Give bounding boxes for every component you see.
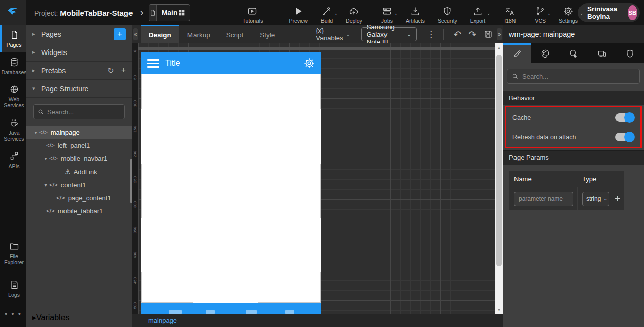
- tab-markup[interactable]: Markup: [179, 25, 218, 43]
- security-button[interactable]: Security: [438, 2, 457, 24]
- redo-button[interactable]: ↷: [468, 30, 476, 39]
- page-content-area[interactable]: [141, 74, 321, 303]
- chevron-down-icon: ⌄: [487, 11, 491, 16]
- behavior-section-header[interactable]: Behavior: [503, 91, 644, 105]
- settings-button[interactable]: Settings ⌄: [559, 2, 578, 24]
- user-menu[interactable]: Srinivasa Boyina SB: [578, 3, 640, 22]
- build-button[interactable]: Build ⌄: [321, 2, 333, 24]
- vcs-button[interactable]: VCS ⌄: [535, 2, 546, 24]
- i18n-button[interactable]: I18N: [504, 2, 516, 24]
- tab-script[interactable]: Script: [218, 25, 252, 43]
- expand-right-panel-button[interactable]: »: [497, 28, 502, 40]
- structure-search-input[interactable]: [47, 108, 120, 116]
- tab-style[interactable]: Style: [251, 25, 283, 43]
- caret-down-icon[interactable]: ▾: [32, 130, 39, 135]
- page-selector[interactable]: Main: [149, 4, 190, 21]
- refresh-prefabs-icon[interactable]: ↻: [107, 66, 114, 75]
- breadcrumb-chevron-icon: ›: [140, 7, 143, 18]
- column-name: Name: [509, 175, 577, 183]
- add-page-button[interactable]: +: [114, 28, 126, 40]
- gear-icon[interactable]: [304, 58, 315, 69]
- rail-item-pages[interactable]: Pages: [0, 25, 26, 52]
- add-param-button[interactable]: +: [615, 193, 621, 205]
- design-canvas[interactable]: 0 50 100 150 200 250 300 350 400 450 500…: [132, 43, 503, 314]
- device-select[interactable]: Samsung Galaxy Note III ⌄: [361, 27, 417, 41]
- undo-button[interactable]: ↶: [453, 30, 461, 39]
- tree-node-mobile-navbar1[interactable]: ▾ </> mobile_navbar1: [26, 152, 132, 165]
- chevron-down-icon: ⌄: [346, 32, 350, 37]
- ruler-tick: 0: [133, 50, 137, 52]
- scroll-up-icon[interactable]: ▲: [495, 46, 503, 49]
- phone-preview[interactable]: Title: [141, 52, 321, 314]
- tree-node-mobile-tabbar1[interactable]: </> mobile_tabbar1: [26, 204, 132, 217]
- add-prefab-icon[interactable]: +: [121, 66, 126, 75]
- cache-toggle[interactable]: [615, 113, 634, 122]
- ruler-tick: 250: [133, 176, 137, 183]
- caret-down-icon[interactable]: ▾: [42, 156, 49, 161]
- variables-dropdown[interactable]: {x} Variables ⌄: [316, 27, 350, 42]
- tree-label: mainpage: [51, 129, 80, 136]
- caret-down-icon[interactable]: ▾: [42, 182, 49, 188]
- tab-security-settings[interactable]: [616, 43, 644, 63]
- tree-node-page-content1[interactable]: </> page_content1: [26, 191, 132, 204]
- section-prefabs[interactable]: ▸ Prefabs ↻ +: [26, 62, 132, 80]
- refresh-data-toggle[interactable]: [615, 133, 634, 141]
- tool-label: Build: [321, 18, 333, 24]
- section-label: Pages: [41, 30, 114, 38]
- section-pages[interactable]: ▸ Pages +: [26, 25, 132, 43]
- search-icon: [512, 73, 519, 80]
- deploy-button[interactable]: Deploy: [346, 2, 362, 24]
- caret-down-icon: ▾: [32, 85, 41, 92]
- folder-icon: [9, 241, 19, 251]
- canvas-scrollbar[interactable]: ▲ ▼: [495, 43, 503, 314]
- scroll-down-icon[interactable]: ▼: [495, 308, 503, 312]
- rail-item-databases[interactable]: Databases: [0, 52, 26, 80]
- mobile-tabbar[interactable]: [141, 303, 321, 314]
- jobs-button[interactable]: Jobs ⌄: [381, 2, 393, 24]
- toggle-knob: [624, 112, 635, 123]
- top-toolbar: Tutorials Preview Build ⌄ Deploy Jobs ⌄ …: [217, 2, 578, 24]
- tree-node-content1[interactable]: ▾ </> content1: [26, 178, 132, 191]
- page-structure-tree: ▾ </> mainpage </> left_panel1 ▾ </> mob…: [26, 126, 132, 217]
- section-widgets[interactable]: ▸ Widgets: [26, 43, 132, 62]
- rail-item-logs[interactable]: Logs: [0, 275, 26, 302]
- vcs-icon: [535, 6, 545, 16]
- save-button[interactable]: [484, 30, 493, 39]
- tree-node-left-panel1[interactable]: </> left_panel1: [26, 139, 132, 152]
- properties-search-input[interactable]: [522, 73, 635, 80]
- mobile-navbar[interactable]: Title: [141, 52, 321, 74]
- open-page-tab[interactable]: mainpage: [148, 317, 177, 324]
- page-grid-icon[interactable]: [178, 9, 186, 17]
- structure-search[interactable]: [33, 104, 125, 119]
- tab-styles[interactable]: [531, 43, 559, 63]
- more-options-button[interactable]: ⋮: [425, 29, 437, 40]
- param-name-input[interactable]: [514, 192, 573, 206]
- tree-node-addlink[interactable]: ⚓ AddLink: [26, 165, 132, 178]
- globe-icon: [9, 84, 19, 94]
- scrollbar-thumb[interactable]: [496, 54, 502, 266]
- tab-design[interactable]: Design: [141, 25, 179, 43]
- tab-devices[interactable]: [588, 43, 616, 63]
- page-params-section-header[interactable]: Page Params: [503, 150, 644, 165]
- rail-more-button[interactable]: • • •: [0, 302, 26, 327]
- tab-events[interactable]: [559, 43, 588, 63]
- column-type: Type: [577, 171, 611, 187]
- section-variables[interactable]: ▸ Variables: [26, 308, 132, 327]
- wavemaker-logo[interactable]: [0, 0, 26, 25]
- export-button[interactable]: Export ⌄: [470, 2, 485, 24]
- section-page-structure[interactable]: ▾ Page Structure: [26, 80, 132, 98]
- rail-item-java-services[interactable]: Java Services: [0, 113, 26, 146]
- rail-item-web-services[interactable]: Web Services: [0, 80, 26, 113]
- collapse-left-panel-button[interactable]: «: [133, 28, 138, 40]
- rail-item-apis[interactable]: APIs: [0, 146, 26, 174]
- tutorials-button[interactable]: Tutorials: [243, 2, 263, 24]
- tab-properties[interactable]: [503, 43, 531, 63]
- rail-item-file-explorer[interactable]: File Explorer: [0, 237, 26, 270]
- tree-node-mainpage[interactable]: ▾ </> mainpage: [26, 126, 132, 139]
- preview-button[interactable]: Preview: [289, 2, 307, 24]
- code-icon: </>: [49, 155, 58, 161]
- properties-search[interactable]: [507, 69, 640, 84]
- artifacts-button[interactable]: Artifacts: [406, 2, 425, 24]
- menu-icon[interactable]: [147, 59, 159, 68]
- param-type-select[interactable]: string ⌄: [582, 192, 609, 206]
